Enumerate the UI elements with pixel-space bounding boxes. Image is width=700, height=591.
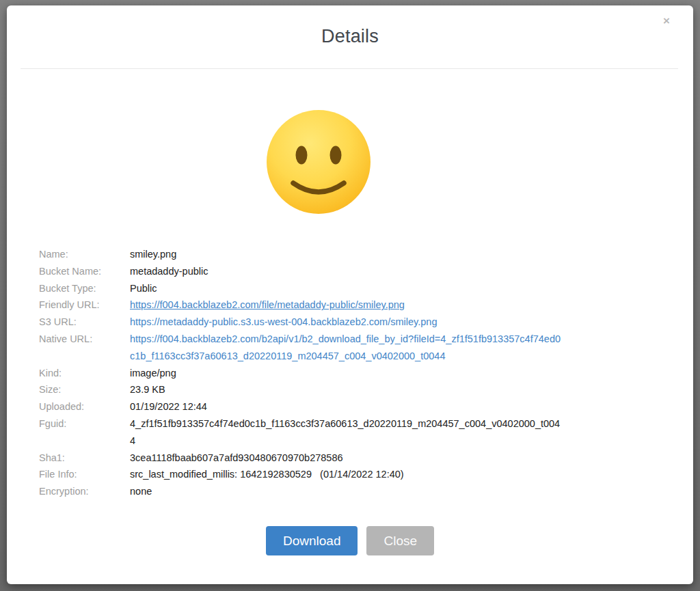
modal-title: Details [7, 5, 693, 47]
detail-row: S3 URL:https://metadaddy-public.s3.us-we… [39, 314, 666, 331]
detail-value-link[interactable]: https://f004.backblazeb2.com/file/metada… [130, 297, 405, 314]
detail-row: Name:smiley.png [39, 246, 666, 263]
detail-label: Bucket Type: [39, 280, 130, 297]
detail-value: Public [130, 280, 157, 297]
detail-row: Friendly URL:https://f004.backblazeb2.co… [39, 297, 666, 314]
file-details-list: Name:smiley.pngBucket Name:metadaddy-pub… [39, 246, 666, 500]
detail-row: Bucket Type:Public [39, 280, 666, 297]
file-preview-image [260, 104, 377, 220]
smiley-face-emoji-icon [260, 104, 377, 220]
modal-footer: Download Close [7, 526, 693, 555]
detail-label: Fguid: [39, 415, 130, 432]
detail-label: Bucket Name: [39, 263, 130, 280]
detail-value: 3cea1118fbaab607a7afd930480670970b278586 [130, 450, 343, 467]
detail-label: Friendly URL: [39, 297, 130, 314]
detail-label: Size: [39, 381, 130, 398]
detail-row: Native URL:https://f004.backblazeb2.com/… [39, 331, 666, 365]
detail-row: Fguid:4_zf1f51fb913357c4f74ed0c1b_f1163c… [39, 415, 666, 450]
detail-label: Uploaded: [39, 398, 130, 415]
modal-header: Details × [7, 5, 693, 68]
detail-value: image/png [130, 365, 176, 382]
detail-row: File Info:src_last_modified_millis: 1642… [39, 466, 666, 483]
detail-value: 23.9 KB [130, 381, 165, 398]
close-icon[interactable]: × [663, 15, 670, 27]
detail-value: none [130, 483, 152, 500]
detail-label: File Info: [39, 466, 130, 483]
detail-label: S3 URL: [39, 314, 130, 331]
detail-label: Sha1: [39, 450, 130, 467]
detail-value-link[interactable]: https://f004.backblazeb2.com/b2api/v1/b2… [130, 331, 562, 365]
detail-label: Native URL: [39, 331, 130, 348]
detail-label: Kind: [39, 365, 130, 382]
detail-value: src_last_modified_millis: 1642192830529 … [130, 466, 404, 483]
download-button[interactable]: Download [266, 526, 358, 555]
detail-label: Encryption: [39, 483, 130, 500]
detail-value-link[interactable]: https://metadaddy-public.s3.us-west-004.… [130, 314, 437, 331]
detail-row: Bucket Name:metadaddy-public [39, 263, 666, 280]
detail-row: Kind:image/png [39, 365, 666, 382]
detail-row: Encryption:none [39, 483, 666, 500]
detail-value: 4_zf1f51fb913357c4f74ed0c1b_f1163cc3f37a… [130, 415, 562, 450]
detail-row: Size:23.9 KB [39, 381, 666, 398]
detail-value: metadaddy-public [130, 263, 208, 280]
detail-value: smiley.png [130, 246, 176, 263]
detail-label: Name: [39, 246, 130, 263]
details-modal: Details × Name:smiley.pngBucket Name:met… [7, 5, 693, 584]
detail-row: Uploaded:01/19/2022 12:44 [39, 398, 666, 415]
detail-value: 01/19/2022 12:44 [130, 398, 207, 415]
detail-row: Sha1:3cea1118fbaab607a7afd930480670970b2… [39, 450, 666, 467]
close-button[interactable]: Close [366, 526, 434, 555]
header-divider [21, 68, 678, 69]
